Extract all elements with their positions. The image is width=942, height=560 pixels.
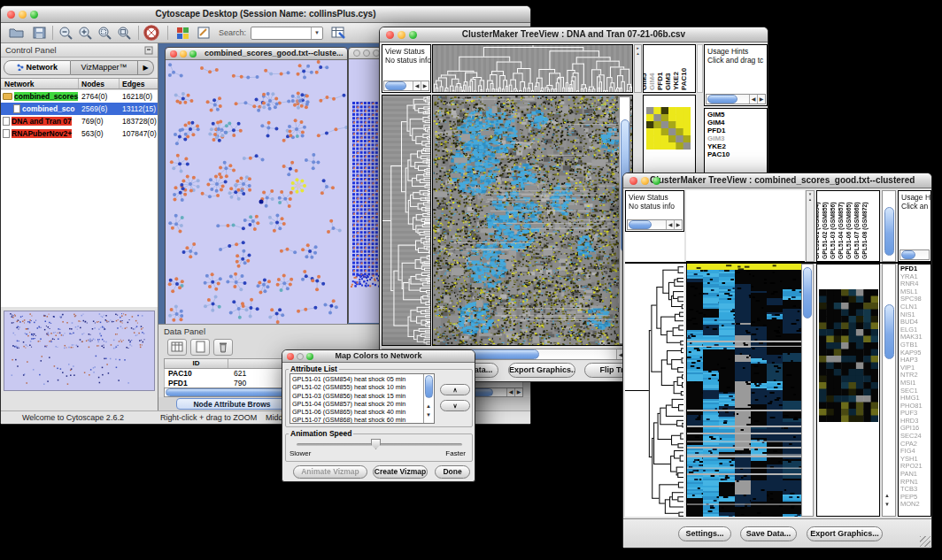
- gene-label[interactable]: YKE2: [707, 142, 764, 150]
- minimize-icon[interactable]: [19, 11, 27, 19]
- gene-label[interactable]: PEP5: [900, 494, 929, 502]
- scrollbar-thumb[interactable]: [425, 375, 433, 398]
- maximize-icon[interactable]: [409, 31, 417, 39]
- annotation-icon[interactable]: [196, 25, 213, 41]
- treeview2-titlebar[interactable]: ClusterMaker TreeView : combined_scores_…: [623, 173, 931, 188]
- tv2-top-dendrogram-area[interactable]: [686, 190, 805, 262]
- tv2-list-vscrollbar[interactable]: ▲ ▼: [882, 264, 896, 517]
- main-window-titlebar[interactable]: Cytoscape Desktop (Session Name: collins…: [1, 6, 530, 23]
- gene-label[interactable]: KAP95: [900, 349, 929, 357]
- gene-label[interactable]: GPI16: [900, 425, 929, 433]
- scroll-left-icon[interactable]: ◀: [749, 95, 757, 104]
- maximize-icon[interactable]: [306, 353, 313, 360]
- gene-label[interactable]: GIM3: [707, 134, 764, 142]
- attribute-list-item[interactable]: GPL51-04 (GSM857) heat shock 20 min: [292, 400, 432, 408]
- maximize-icon[interactable]: [30, 11, 38, 19]
- scrollbar-thumb[interactable]: [884, 304, 894, 359]
- gene-label[interactable]: RPN1: [900, 479, 929, 487]
- tab-vizmapper[interactable]: VizMapper™: [71, 60, 138, 75]
- minimize-icon[interactable]: [297, 353, 304, 360]
- resize-grip[interactable]: [920, 536, 930, 547]
- gene-label[interactable]: MON2: [900, 501, 929, 509]
- data-col-id[interactable]: ID: [165, 359, 228, 368]
- scrollbar-thumb[interactable]: [901, 250, 915, 259]
- col-header-network[interactable]: Network: [1, 79, 79, 88]
- gene-label[interactable]: PUF3: [900, 410, 929, 418]
- maximize-icon[interactable]: [189, 50, 197, 58]
- gene-label[interactable]: MSL1: [900, 288, 929, 296]
- minimize-icon[interactable]: [180, 50, 187, 58]
- close-icon[interactable]: [386, 31, 394, 39]
- network-overview-panel[interactable]: [4, 311, 155, 391]
- gene-label[interactable]: HAP3: [900, 357, 929, 364]
- gene-label[interactable]: GIM5: [707, 111, 764, 119]
- new-attribute-button[interactable]: [190, 339, 210, 356]
- tv1-splitter2[interactable]: [697, 44, 703, 93]
- gene-label[interactable]: GTB1: [900, 341, 929, 349]
- help-lifesaver-icon[interactable]: [143, 25, 161, 41]
- gene-label[interactable]: MSI1: [900, 380, 929, 387]
- tv1-heatmap[interactable]: [432, 95, 633, 346]
- tv2-row-dendrogram[interactable]: [625, 264, 684, 517]
- attribute-list-item[interactable]: GPL51-06 (GSM865) heat shock 40 min: [292, 408, 432, 416]
- gene-label[interactable]: PAC10: [707, 150, 764, 158]
- column-label[interactable]: YKE2: [672, 72, 680, 90]
- tv2-status-scrollbar[interactable]: ◀▶: [627, 219, 683, 230]
- network-view-canvas[interactable]: [166, 60, 347, 324]
- search-input[interactable]: ▼: [251, 27, 323, 40]
- scrollbar-thumb[interactable]: [629, 220, 652, 229]
- scroll-right-icon[interactable]: ▶: [514, 388, 522, 396]
- gene-label[interactable]: VIP1: [900, 364, 929, 372]
- tv1-column-dendrogram[interactable]: [432, 44, 633, 93]
- scroll-up-icon[interactable]: ▲: [884, 493, 890, 498]
- scroll-left-icon[interactable]: ◀: [506, 388, 514, 396]
- column-label[interactable]: GPL51-04 (GSM857): [837, 202, 845, 259]
- table-icon-button[interactable]: [167, 339, 187, 356]
- treeview1-titlebar[interactable]: ClusterMaker TreeView : DNA and Tran 07-…: [380, 27, 768, 42]
- scroll-down-icon[interactable]: ▼: [884, 502, 890, 507]
- gene-label[interactable]: MAK31: [900, 334, 929, 341]
- attribute-browser-icon[interactable]: [330, 25, 348, 41]
- column-label[interactable]: GPL51-06 (GSM865): [845, 202, 853, 259]
- scrollbar-thumb[interactable]: [803, 267, 812, 318]
- column-label[interactable]: GPL51-07 (GSM868): [853, 202, 861, 259]
- tv2-heatmap[interactable]: [686, 264, 801, 517]
- close-icon[interactable]: [287, 353, 294, 360]
- gene-label[interactable]: YSH1: [900, 456, 929, 464]
- tv1-splitter-strip[interactable]: ▸▴: [634, 44, 642, 93]
- column-label[interactable]: GIM3: [664, 73, 672, 90]
- column-label[interactable]: PFD1: [656, 73, 664, 90]
- gene-label[interactable]: PFD1: [900, 265, 929, 273]
- column-label[interactable]: GIM4: [648, 73, 656, 90]
- scrollbar-thumb[interactable]: [707, 95, 737, 104]
- tv2-settings-button[interactable]: Settings...: [678, 526, 731, 541]
- delete-attribute-button[interactable]: [213, 339, 233, 356]
- done-button[interactable]: Done: [435, 465, 470, 479]
- gene-label[interactable]: SEC24: [900, 433, 929, 441]
- attribute-list-item[interactable]: GPL51-01 (GSM854) heat shock 05 min: [292, 375, 432, 383]
- scroll-right-icon[interactable]: ▶: [421, 81, 429, 90]
- gene-label[interactable]: SEC1: [900, 387, 929, 395]
- gene-label[interactable]: PHO81: [900, 403, 929, 410]
- gene-label[interactable]: TCB3: [900, 486, 929, 494]
- minimize-icon[interactable]: [363, 50, 370, 57]
- tv1-export-graphics-button[interactable]: Export Graphics...: [508, 363, 575, 378]
- zoom-fit-icon[interactable]: [116, 25, 134, 41]
- move-up-button[interactable]: ∧: [440, 384, 470, 395]
- scroll-up-icon[interactable]: ▲: [426, 403, 431, 409]
- tv2-save-data-button[interactable]: Save Data...: [740, 526, 797, 541]
- gene-label[interactable]: BUD4: [900, 318, 929, 326]
- tv2-labels-vscrollbar[interactable]: [882, 190, 896, 262]
- gene-label[interactable]: NIS1: [900, 311, 929, 319]
- close-icon[interactable]: [170, 50, 177, 58]
- gene-label[interactable]: HRD3: [900, 418, 929, 426]
- gene-label[interactable]: SPC98: [900, 295, 929, 303]
- tab-node-attribute-browser[interactable]: Node Attribute Brows: [176, 398, 288, 410]
- gene-label[interactable]: RPO21: [900, 463, 929, 471]
- create-vizmap-button[interactable]: Create Vizmap: [373, 465, 428, 479]
- tv1-status-scrollbar[interactable]: ◀▶: [383, 81, 429, 91]
- gene-label[interactable]: FIG4: [900, 448, 929, 456]
- gene-label[interactable]: ELG1: [900, 326, 929, 334]
- gene-label[interactable]: RNR4: [900, 280, 929, 288]
- close-icon[interactable]: [7, 11, 15, 19]
